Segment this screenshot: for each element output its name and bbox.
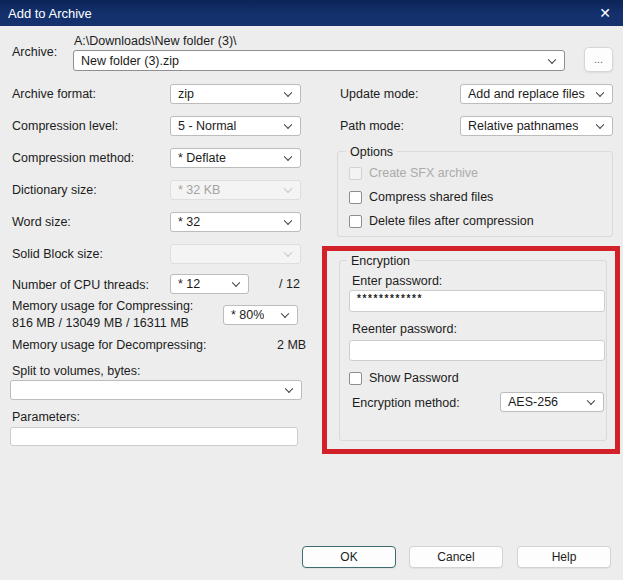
compression-method-value: * Deflate bbox=[178, 151, 226, 165]
ok-button[interactable]: OK bbox=[302, 546, 396, 568]
chevron-down-icon bbox=[232, 278, 240, 286]
chevron-down-icon bbox=[281, 309, 289, 317]
update-mode-label: Update mode: bbox=[340, 87, 419, 101]
checkbox-icon bbox=[349, 167, 362, 180]
chevron-down-icon bbox=[284, 120, 292, 128]
chevron-down-icon bbox=[284, 216, 292, 224]
compression-method-combo[interactable]: * Deflate bbox=[170, 148, 301, 168]
window-title: Add to Archive bbox=[8, 6, 92, 21]
cpu-threads-value: * 12 bbox=[178, 277, 200, 291]
chevron-down-icon bbox=[284, 88, 292, 96]
archive-name-combo[interactable]: New folder (3).zip bbox=[73, 50, 565, 71]
compress-shared-checkbox[interactable]: Compress shared files bbox=[349, 190, 493, 204]
chevron-down-icon bbox=[548, 55, 556, 63]
create-sfx-label: Create SFX archive bbox=[369, 166, 478, 180]
cpu-threads-combo[interactable]: * 12 bbox=[170, 274, 249, 294]
split-volumes-label: Split to volumes, bytes: bbox=[12, 364, 141, 378]
reenter-password-input[interactable] bbox=[349, 340, 605, 361]
split-volumes-combo[interactable] bbox=[10, 380, 302, 400]
enter-password-input[interactable]: ************ bbox=[349, 290, 605, 312]
show-password-label: Show Password bbox=[369, 371, 459, 385]
parameters-input[interactable] bbox=[10, 427, 298, 446]
update-mode-value: Add and replace files bbox=[468, 87, 585, 101]
archive-name-value: New folder (3).zip bbox=[81, 54, 179, 68]
enter-password-label: Enter password: bbox=[352, 274, 442, 288]
mem-compress-combo[interactable]: * 80% bbox=[223, 305, 298, 325]
chevron-down-icon bbox=[596, 120, 604, 128]
archive-format-combo[interactable]: zip bbox=[170, 84, 301, 104]
mem-compress-label: Memory usage for Compressing: bbox=[12, 299, 193, 313]
cancel-button[interactable]: Cancel bbox=[409, 546, 503, 568]
path-mode-label: Path mode: bbox=[340, 119, 404, 133]
encryption-title: Encryption bbox=[347, 254, 414, 268]
compress-shared-label: Compress shared files bbox=[369, 190, 493, 204]
checkbox-icon bbox=[349, 191, 362, 204]
archive-format-label: Archive format: bbox=[12, 87, 96, 101]
close-icon[interactable]: ✕ bbox=[595, 3, 615, 23]
word-size-label: Word size: bbox=[12, 215, 71, 229]
checkbox-icon bbox=[349, 215, 362, 228]
compression-level-value: 5 - Normal bbox=[178, 119, 236, 133]
reenter-password-label: Reenter password: bbox=[352, 322, 457, 336]
encryption-method-label: Encryption method: bbox=[352, 396, 460, 410]
archive-format-value: zip bbox=[178, 87, 194, 101]
options-title: Options bbox=[346, 145, 397, 159]
solid-block-size-label: Solid Block size: bbox=[12, 247, 103, 261]
add-to-archive-dialog: Add to Archive ✕ Archive: A:\Downloads\N… bbox=[0, 0, 623, 580]
compression-method-label: Compression method: bbox=[12, 151, 134, 165]
titlebar: Add to Archive ✕ bbox=[0, 0, 623, 26]
chevron-down-icon bbox=[587, 396, 595, 404]
archive-label: Archive: bbox=[12, 45, 57, 59]
word-size-value: * 32 bbox=[178, 215, 200, 229]
chevron-down-icon bbox=[285, 384, 293, 392]
update-mode-combo[interactable]: Add and replace files bbox=[460, 84, 613, 104]
browse-button[interactable]: ... bbox=[584, 47, 613, 72]
chevron-down-icon bbox=[596, 88, 604, 96]
enter-password-value: ************ bbox=[357, 293, 423, 304]
compression-level-label: Compression level: bbox=[12, 119, 118, 133]
dictionary-size-combo: * 32 KB bbox=[170, 180, 301, 200]
dictionary-size-label: Dictionary size: bbox=[12, 183, 97, 197]
delete-after-checkbox[interactable]: Delete files after compression bbox=[349, 214, 534, 228]
path-mode-value: Relative pathnames bbox=[468, 119, 578, 133]
checkbox-icon bbox=[349, 372, 362, 385]
cpu-threads-max: / 12 bbox=[279, 277, 300, 291]
chevron-down-icon bbox=[284, 184, 292, 192]
chevron-down-icon bbox=[284, 152, 292, 160]
word-size-combo[interactable]: * 32 bbox=[170, 212, 301, 232]
path-mode-combo[interactable]: Relative pathnames bbox=[460, 116, 613, 136]
cpu-threads-label: Number of CPU threads: bbox=[12, 278, 149, 292]
chevron-down-icon bbox=[284, 248, 292, 256]
create-sfx-checkbox: Create SFX archive bbox=[349, 166, 478, 180]
solid-block-size-combo bbox=[170, 244, 301, 264]
show-password-checkbox[interactable]: Show Password bbox=[349, 371, 459, 385]
encryption-method-combo[interactable]: AES-256 bbox=[500, 392, 604, 412]
mem-compress-detail: 816 MB / 13049 MB / 16311 MB bbox=[12, 316, 189, 330]
parameters-label: Parameters: bbox=[12, 410, 80, 424]
help-button[interactable]: Help bbox=[517, 546, 611, 568]
dictionary-size-value: * 32 KB bbox=[178, 183, 220, 197]
encryption-method-value: AES-256 bbox=[508, 395, 558, 409]
mem-compress-value: * 80% bbox=[231, 308, 264, 322]
delete-after-label: Delete files after compression bbox=[369, 214, 534, 228]
mem-decompress-value: 2 MB bbox=[277, 338, 306, 352]
compression-level-combo[interactable]: 5 - Normal bbox=[170, 116, 301, 136]
archive-path: A:\Downloads\New folder (3)\ bbox=[74, 34, 237, 48]
mem-decompress-label: Memory usage for Decompressing: bbox=[12, 338, 207, 352]
